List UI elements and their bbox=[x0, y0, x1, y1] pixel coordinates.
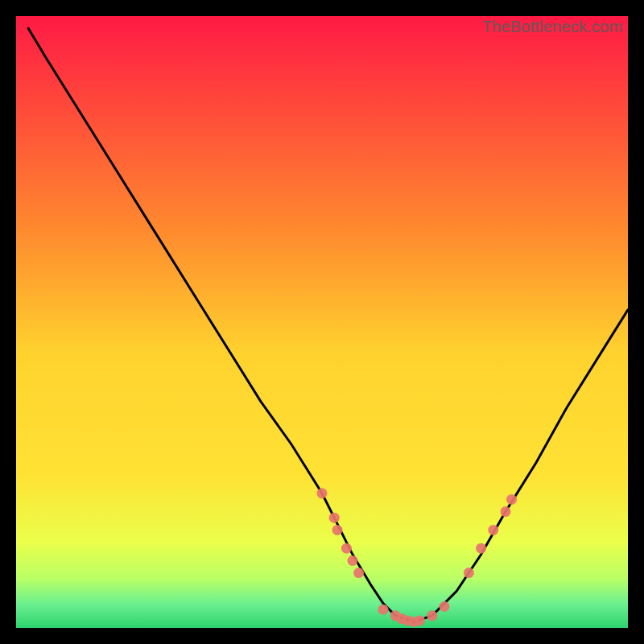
data-marker bbox=[440, 601, 450, 612]
data-marker bbox=[427, 610, 437, 621]
gradient-bg bbox=[16, 16, 628, 628]
data-marker bbox=[317, 488, 328, 498]
data-marker bbox=[348, 555, 358, 566]
data-marker bbox=[329, 513, 340, 523]
data-marker bbox=[464, 568, 474, 578]
bottleneck-chart bbox=[16, 16, 628, 628]
data-marker bbox=[341, 543, 352, 554]
data-marker bbox=[488, 525, 498, 535]
attribution-label: TheBottleneck.com bbox=[482, 18, 623, 36]
data-marker bbox=[501, 506, 511, 517]
data-marker bbox=[353, 568, 364, 578]
data-marker bbox=[415, 615, 425, 625]
data-marker bbox=[332, 525, 343, 535]
chart-frame: TheBottleneck.com bbox=[16, 16, 628, 628]
data-marker bbox=[506, 494, 517, 505]
data-marker bbox=[476, 543, 486, 554]
data-marker bbox=[378, 605, 389, 615]
